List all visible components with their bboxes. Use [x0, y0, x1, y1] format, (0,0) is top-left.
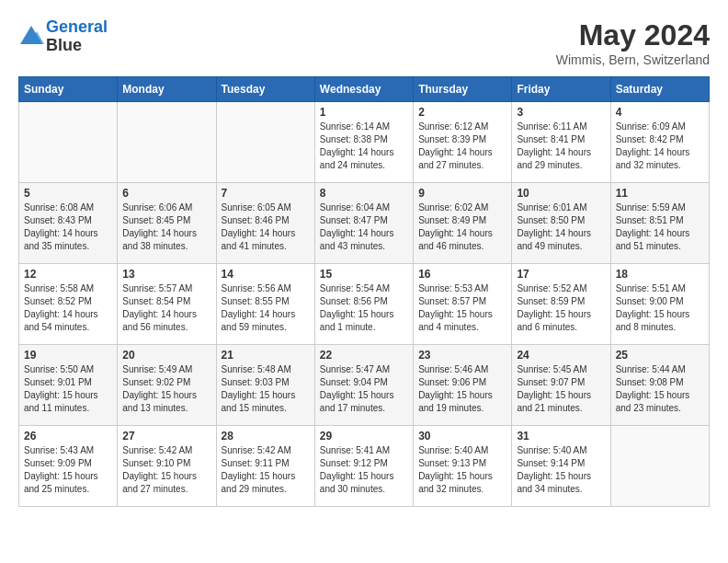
day-number: 29: [320, 430, 408, 442]
calendar-cell: 5Sunrise: 6:08 AM Sunset: 8:43 PM Daylig…: [19, 183, 118, 264]
day-number: 8: [320, 187, 408, 200]
calendar-cell: 7Sunrise: 6:05 AM Sunset: 8:46 PM Daylig…: [216, 183, 314, 264]
day-number: 24: [517, 349, 605, 362]
day-number: 25: [616, 349, 704, 362]
day-number: 12: [24, 268, 112, 281]
logo: General Blue: [18, 18, 108, 55]
cell-info: Sunrise: 6:01 AM Sunset: 8:50 PM Dayligh…: [517, 201, 605, 253]
cell-info: Sunrise: 5:41 AM Sunset: 9:12 PM Dayligh…: [320, 444, 408, 496]
header-monday: Monday: [118, 77, 216, 102]
calendar-cell: 10Sunrise: 6:01 AM Sunset: 8:50 PM Dayli…: [512, 183, 610, 264]
calendar-cell: 14Sunrise: 5:56 AM Sunset: 8:55 PM Dayli…: [216, 264, 314, 345]
day-number: 19: [24, 349, 112, 362]
cell-info: Sunrise: 5:44 AM Sunset: 9:08 PM Dayligh…: [616, 363, 704, 415]
cell-info: Sunrise: 5:45 AM Sunset: 9:07 PM Dayligh…: [517, 363, 605, 415]
week-row-1: 1Sunrise: 6:14 AM Sunset: 8:38 PM Daylig…: [19, 102, 710, 183]
calendar-cell: [610, 426, 709, 507]
cell-info: Sunrise: 5:43 AM Sunset: 9:09 PM Dayligh…: [24, 444, 112, 496]
calendar-cell: [19, 102, 118, 183]
calendar-cell: 23Sunrise: 5:46 AM Sunset: 9:06 PM Dayli…: [414, 345, 512, 426]
calendar-cell: 2Sunrise: 6:12 AM Sunset: 8:39 PM Daylig…: [414, 102, 512, 183]
cell-info: Sunrise: 5:48 AM Sunset: 9:03 PM Dayligh…: [222, 363, 310, 415]
cell-info: Sunrise: 6:02 AM Sunset: 8:49 PM Dayligh…: [418, 201, 506, 253]
day-number: 9: [418, 187, 506, 200]
day-number: 23: [418, 349, 506, 362]
calendar-cell: 6Sunrise: 6:06 AM Sunset: 8:45 PM Daylig…: [118, 183, 216, 264]
week-row-4: 19Sunrise: 5:50 AM Sunset: 9:01 PM Dayli…: [19, 345, 710, 426]
day-number: 14: [222, 268, 310, 281]
cell-info: Sunrise: 5:42 AM Sunset: 9:11 PM Dayligh…: [222, 444, 310, 496]
calendar-cell: 4Sunrise: 6:09 AM Sunset: 8:42 PM Daylig…: [610, 102, 709, 183]
day-number: 16: [418, 268, 506, 281]
day-number: 6: [122, 187, 210, 200]
cell-info: Sunrise: 5:57 AM Sunset: 8:54 PM Dayligh…: [122, 282, 210, 334]
cell-info: Sunrise: 6:12 AM Sunset: 8:39 PM Dayligh…: [418, 121, 506, 172]
cell-info: Sunrise: 5:51 AM Sunset: 9:00 PM Dayligh…: [616, 282, 704, 334]
day-number: 20: [122, 349, 210, 362]
calendar-cell: 17Sunrise: 5:52 AM Sunset: 8:59 PM Dayli…: [512, 264, 610, 345]
header-tuesday: Tuesday: [216, 77, 314, 102]
calendar-cell: 31Sunrise: 5:40 AM Sunset: 9:14 PM Dayli…: [512, 426, 610, 507]
calendar-cell: 28Sunrise: 5:42 AM Sunset: 9:11 PM Dayli…: [216, 426, 314, 507]
calendar-cell: 30Sunrise: 5:40 AM Sunset: 9:13 PM Dayli…: [414, 426, 512, 507]
cell-info: Sunrise: 5:49 AM Sunset: 9:02 PM Dayligh…: [122, 363, 210, 415]
calendar-cell: 16Sunrise: 5:53 AM Sunset: 8:57 PM Dayli…: [414, 264, 512, 345]
calendar-cell: 8Sunrise: 6:04 AM Sunset: 8:47 PM Daylig…: [314, 183, 413, 264]
day-number: 5: [24, 187, 112, 200]
cell-info: Sunrise: 5:52 AM Sunset: 8:59 PM Dayligh…: [517, 282, 605, 334]
cell-info: Sunrise: 5:47 AM Sunset: 9:04 PM Dayligh…: [320, 363, 408, 415]
day-number: 7: [222, 187, 310, 200]
day-number: 1: [320, 106, 408, 119]
header-friday: Friday: [512, 77, 610, 102]
calendar-cell: 26Sunrise: 5:43 AM Sunset: 9:09 PM Dayli…: [19, 426, 118, 507]
day-number: 26: [24, 430, 112, 442]
logo-text: General Blue: [46, 18, 108, 55]
calendar-cell: 19Sunrise: 5:50 AM Sunset: 9:01 PM Dayli…: [19, 345, 118, 426]
day-number: 21: [222, 349, 310, 362]
calendar-cell: 27Sunrise: 5:42 AM Sunset: 9:10 PM Dayli…: [118, 426, 216, 507]
calendar-cell: 20Sunrise: 5:49 AM Sunset: 9:02 PM Dayli…: [118, 345, 216, 426]
logo-icon: [18, 24, 44, 50]
calendar-cell: 29Sunrise: 5:41 AM Sunset: 9:12 PM Dayli…: [314, 426, 413, 507]
cell-info: Sunrise: 6:09 AM Sunset: 8:42 PM Dayligh…: [616, 121, 704, 172]
header-saturday: Saturday: [610, 77, 709, 102]
day-number: 2: [418, 106, 506, 119]
cell-info: Sunrise: 5:54 AM Sunset: 8:56 PM Dayligh…: [320, 282, 408, 334]
cell-info: Sunrise: 6:06 AM Sunset: 8:45 PM Dayligh…: [122, 201, 210, 253]
day-number: 17: [517, 268, 605, 281]
header-sunday: Sunday: [19, 77, 118, 102]
location: Wimmis, Bern, Switzerland: [556, 52, 710, 67]
day-number: 18: [616, 268, 704, 281]
calendar-cell: [118, 102, 216, 183]
calendar-table: SundayMondayTuesdayWednesdayThursdayFrid…: [18, 76, 710, 507]
calendar-cell: 15Sunrise: 5:54 AM Sunset: 8:56 PM Dayli…: [314, 264, 413, 345]
week-row-3: 12Sunrise: 5:58 AM Sunset: 8:52 PM Dayli…: [19, 264, 710, 345]
day-number: 27: [122, 430, 210, 442]
cell-info: Sunrise: 6:04 AM Sunset: 8:47 PM Dayligh…: [320, 201, 408, 253]
calendar-cell: 21Sunrise: 5:48 AM Sunset: 9:03 PM Dayli…: [216, 345, 314, 426]
calendar-cell: 22Sunrise: 5:47 AM Sunset: 9:04 PM Dayli…: [314, 345, 413, 426]
calendar-cell: [216, 102, 314, 183]
header-wednesday: Wednesday: [314, 77, 413, 102]
cell-info: Sunrise: 5:56 AM Sunset: 8:55 PM Dayligh…: [222, 282, 310, 334]
day-number: 22: [320, 349, 408, 362]
calendar-cell: 3Sunrise: 6:11 AM Sunset: 8:41 PM Daylig…: [512, 102, 610, 183]
calendar-cell: 9Sunrise: 6:02 AM Sunset: 8:49 PM Daylig…: [414, 183, 512, 264]
cell-info: Sunrise: 5:46 AM Sunset: 9:06 PM Dayligh…: [418, 363, 506, 415]
cell-info: Sunrise: 6:14 AM Sunset: 8:38 PM Dayligh…: [320, 121, 408, 172]
cell-info: Sunrise: 6:11 AM Sunset: 8:41 PM Dayligh…: [517, 121, 605, 172]
day-number: 30: [418, 430, 506, 442]
day-number: 4: [616, 106, 704, 119]
cell-info: Sunrise: 5:58 AM Sunset: 8:52 PM Dayligh…: [24, 282, 112, 334]
cell-info: Sunrise: 5:59 AM Sunset: 8:51 PM Dayligh…: [616, 201, 704, 253]
cell-info: Sunrise: 5:42 AM Sunset: 9:10 PM Dayligh…: [122, 444, 210, 496]
cell-info: Sunrise: 5:40 AM Sunset: 9:14 PM Dayligh…: [517, 444, 605, 496]
header-thursday: Thursday: [414, 77, 512, 102]
day-number: 11: [616, 187, 704, 200]
cell-info: Sunrise: 6:05 AM Sunset: 8:46 PM Dayligh…: [222, 201, 310, 253]
week-row-2: 5Sunrise: 6:08 AM Sunset: 8:43 PM Daylig…: [19, 183, 710, 264]
week-row-5: 26Sunrise: 5:43 AM Sunset: 9:09 PM Dayli…: [19, 426, 710, 507]
calendar-cell: 25Sunrise: 5:44 AM Sunset: 9:08 PM Dayli…: [610, 345, 709, 426]
calendar-cell: 1Sunrise: 6:14 AM Sunset: 8:38 PM Daylig…: [314, 102, 413, 183]
day-number: 28: [222, 430, 310, 442]
